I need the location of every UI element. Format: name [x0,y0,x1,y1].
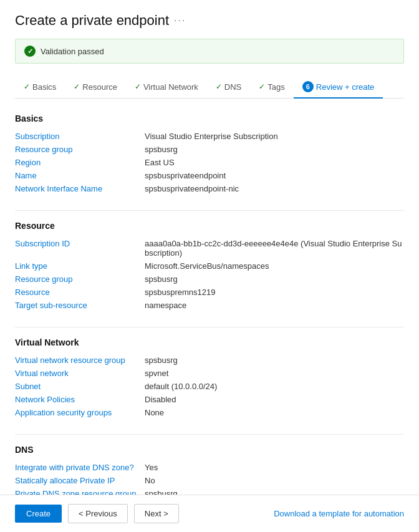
vnet-section-title: Virtual Network [15,337,404,347]
label-subnet: Subnet [15,382,140,391]
tab-virtual-network[interactable]: ✓ Virtual Network [126,77,207,98]
label-integrate-dns: Integrate with private DNS zone? [15,463,140,472]
value-subnet: default (10.0.0.0/24) [145,382,217,391]
basics-section: Basics Subscription Visual Studio Enterp… [15,114,404,195]
validation-icon [24,46,36,57]
tab-dns[interactable]: ✓ DNS [207,77,250,98]
field-resource-group: Resource group spsbusrg [15,143,404,156]
field-region: Region East US [15,156,404,169]
value-integrate-dns: Yes [145,463,158,472]
label-vnet: Virtual network [15,369,140,378]
tab-resource-label: Resource [82,82,117,92]
next-button[interactable]: Next > [134,504,179,523]
label-target-subresource: Target sub-resource [15,301,140,310]
download-template-link[interactable]: Download a template for automation [274,509,404,518]
label-subscription: Subscription [15,132,140,141]
tab-dns-label: DNS [224,82,241,92]
field-subscription: Subscription Visual Studio Enterprise Su… [15,130,404,143]
value-subscription: Visual Studio Enterprise Subscription [145,132,278,141]
field-network-policies: Network Policies Disabled [15,393,404,406]
tab-tags-check: ✓ [259,82,265,91]
tab-review-create[interactable]: 6 Review + create [294,76,383,99]
label-region: Region [15,158,140,167]
label-link-type: Link type [15,261,140,271]
vnet-section: Virtual Network Virtual network resource… [15,337,404,419]
resource-section-title: Resource [15,221,404,231]
tab-basics-check: ✓ [24,82,30,91]
divider-1 [15,210,404,211]
previous-button[interactable]: < Previous [68,504,128,523]
label-app-security-groups: Application security groups [15,408,140,417]
field-resource-rg: Resource group spsbusrg [15,273,404,286]
value-region: East US [145,158,175,167]
value-network-policies: Disabled [145,395,176,404]
tab-resource[interactable]: ✓ Resource [65,77,126,98]
value-resource-rg: spsbusrg [145,274,178,284]
field-target-subresource: Target sub-resource namespace [15,299,404,312]
tab-basics-label: Basics [32,82,56,92]
tab-resource-check: ✓ [74,82,80,91]
label-static-ip: Statically allocate Private IP [15,476,140,485]
label-network-policies: Network Policies [15,395,140,404]
create-button[interactable]: Create [15,505,62,523]
label-nic-name: Network Interface Name [15,184,140,193]
value-name: spsbusprivateendpoint [145,171,226,180]
tab-vnet-label: Virtual Network [143,82,198,92]
validation-banner: Validation passed [15,39,404,64]
value-resource: spsbuspremns1219 [145,288,215,297]
value-vnet-rg: spsbusrg [145,355,178,365]
label-resource-rg: Resource group [15,274,140,284]
bottom-bar: Create < Previous Next > Download a temp… [0,495,419,532]
field-subscription-id: Subscription ID aaaa0a0a-bb1b-cc2c-dd3d-… [15,237,404,259]
value-target-subresource: namespace [145,301,186,310]
field-resource: Resource spsbuspremns1219 [15,286,404,299]
tab-review-label: Review + create [316,82,375,92]
tab-vnet-check: ✓ [135,82,141,91]
tabs-row: ✓ Basics ✓ Resource ✓ Virtual Network ✓ … [15,76,404,99]
field-app-security-groups: Application security groups None [15,406,404,419]
field-nic-name: Network Interface Name spsbusprivateendp… [15,182,404,195]
tab-tags[interactable]: ✓ Tags [250,77,293,98]
dns-section-title: DNS [15,445,404,455]
value-app-security-groups: None [145,408,164,417]
page-title: Create a private endpoint [15,12,169,29]
field-integrate-dns: Integrate with private DNS zone? Yes [15,461,404,474]
value-nic-name: spsbusprivateendpoint-nic [145,184,239,193]
tab-dns-check: ✓ [216,82,222,91]
value-link-type: Microsoft.ServiceBus/namespaces [145,261,269,271]
page-title-dots: ··· [174,15,186,26]
label-resource: Resource [15,288,140,297]
field-link-type: Link type Microsoft.ServiceBus/namespace… [15,259,404,273]
divider-2 [15,327,404,327]
label-resource-group: Resource group [15,145,140,154]
label-name: Name [15,171,140,180]
tab-tags-label: Tags [267,82,284,92]
resource-section: Resource Subscription ID aaaa0a0a-bb1b-c… [15,221,404,312]
value-vnet: spvnet [145,369,168,378]
field-name: Name spsbusprivateendpoint [15,169,404,182]
label-vnet-rg: Virtual network resource group [15,355,140,365]
tab-basics[interactable]: ✓ Basics [15,77,65,98]
tab-review-number: 6 [302,81,314,92]
value-subscription-id: aaaa0a0a-bb1b-cc2c-dd3d-eeeeee4e4e4e (Vi… [145,239,404,258]
validation-text: Validation passed [41,47,104,56]
value-static-ip: No [145,476,155,485]
field-subnet: Subnet default (10.0.0.0/24) [15,380,404,393]
field-static-ip: Statically allocate Private IP No [15,474,404,487]
divider-3 [15,434,404,435]
field-vnet: Virtual network spvnet [15,367,404,380]
basics-section-title: Basics [15,114,404,123]
field-vnet-rg: Virtual network resource group spsbusrg [15,354,404,367]
label-subscription-id: Subscription ID [15,239,140,248]
value-resource-group: spsbusrg [145,145,178,154]
